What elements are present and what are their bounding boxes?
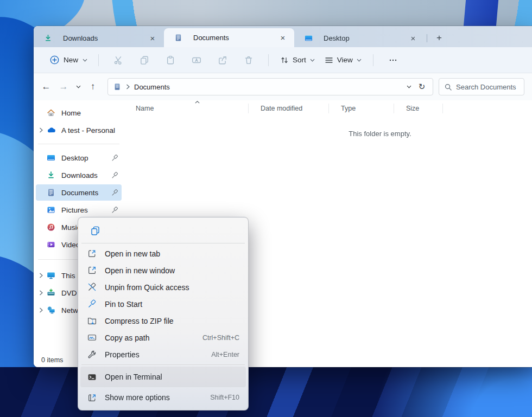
forward-button[interactable]: → xyxy=(55,79,72,95)
network-icon xyxy=(46,306,56,315)
chevron-right-icon xyxy=(126,84,130,89)
pin-icon xyxy=(110,172,119,179)
menu-item-label: Copy as path xyxy=(105,333,202,342)
menu-item-open-in-new-window[interactable]: Open in new window xyxy=(80,262,246,279)
pin-icon xyxy=(110,155,119,162)
menu-item-label: Compress to ZIP file xyxy=(105,317,239,325)
sort-button[interactable]: Sort xyxy=(275,53,320,68)
menu-item-pin-to-start[interactable]: Pin to Start xyxy=(80,296,246,312)
tab-label: Documents xyxy=(193,34,272,42)
chevron-down-icon xyxy=(83,59,87,62)
recent-locations-button[interactable] xyxy=(73,79,84,95)
sidebar-item-desktop[interactable]: Desktop xyxy=(36,150,122,166)
paste-button[interactable] xyxy=(163,53,178,68)
sidebar-item-pictures[interactable]: Pictures xyxy=(36,202,122,218)
sidebar-item-documents[interactable]: Documents xyxy=(36,184,122,201)
tab-separator xyxy=(427,34,427,42)
menu-item-compress-to-zip[interactable]: Compress to ZIP file xyxy=(80,312,246,329)
chevron-down-icon xyxy=(407,85,411,88)
sidebar-item-home[interactable]: Home xyxy=(36,105,122,121)
menu-item-label: Show more options xyxy=(105,393,210,402)
cut-button[interactable] xyxy=(111,53,126,68)
documents-icon xyxy=(113,83,121,91)
menu-item-properties[interactable]: Properties Alt+Enter xyxy=(80,346,246,363)
tab-downloads[interactable]: Downloads × xyxy=(34,29,164,47)
back-button[interactable]: ← xyxy=(38,79,54,95)
chevron-down-icon xyxy=(357,59,362,62)
column-label: Date modified xyxy=(261,105,302,112)
properties-icon xyxy=(87,350,97,359)
close-tab-icon[interactable]: × xyxy=(277,32,289,44)
copy-icon xyxy=(90,226,100,236)
expand-chevron-icon[interactable] xyxy=(36,127,46,133)
up-button[interactable]: ↑ xyxy=(85,79,101,95)
menu-item-show-more-options[interactable]: Show more options Shift+F10 xyxy=(80,387,246,408)
menu-item-open-in-terminal[interactable]: Open in Terminal xyxy=(80,367,246,387)
tab-desktop[interactable]: Desktop × xyxy=(294,29,425,47)
tab-documents[interactable]: Documents × xyxy=(164,28,294,47)
plus-circle-icon xyxy=(50,55,59,65)
terminal-icon xyxy=(87,373,97,382)
documents-icon xyxy=(173,34,183,42)
menu-item-unpin-from-quick-access[interactable]: Unpin from Quick access xyxy=(80,279,246,296)
tab-label: Downloads xyxy=(63,34,142,42)
chevron-down-icon xyxy=(310,59,315,62)
sidebar-divider xyxy=(38,144,119,144)
new-tab-button[interactable]: + xyxy=(432,31,446,45)
address-dropdown-button[interactable] xyxy=(402,80,415,93)
rename-button[interactable] xyxy=(189,53,204,68)
copy-path-icon xyxy=(87,333,97,342)
zip-icon xyxy=(87,316,97,325)
menu-divider xyxy=(81,243,245,243)
breadcrumb[interactable]: Documents xyxy=(134,83,170,91)
delete-button[interactable] xyxy=(241,53,256,68)
search-icon xyxy=(445,84,452,91)
see-more-button[interactable] xyxy=(385,53,401,68)
onedrive-icon xyxy=(46,126,56,135)
sidebar-item-downloads[interactable]: Downloads xyxy=(36,167,122,183)
pin-icon xyxy=(110,207,119,214)
column-header-date-modified[interactable]: Date modified xyxy=(249,100,329,117)
expand-chevron-icon[interactable] xyxy=(36,273,46,278)
address-bar[interactable]: Documents ↻ xyxy=(107,78,433,95)
address-row: ← → ↑ Documents ↻ Search Documents xyxy=(34,73,532,100)
dvd-icon xyxy=(46,288,56,297)
empty-folder-message: This folder is empty. xyxy=(176,130,532,138)
pin-icon xyxy=(110,189,119,196)
items-count: 0 items xyxy=(41,356,63,364)
this-pc-icon xyxy=(46,271,56,280)
desktop-icon xyxy=(303,34,314,42)
sidebar-item-onedrive[interactable]: A test - Personal xyxy=(36,122,122,138)
view-button[interactable]: View xyxy=(320,53,366,68)
column-label: Size xyxy=(406,105,419,112)
sidebar-item-label: Pictures xyxy=(61,206,110,214)
tab-label: Desktop xyxy=(324,34,402,42)
menu-item-label: Unpin from Quick access xyxy=(105,283,239,292)
search-input[interactable]: Search Documents xyxy=(439,78,524,95)
open-new-tab-icon xyxy=(87,249,97,258)
column-label: Name xyxy=(136,105,154,112)
tab-strip: Downloads × Documents × Desktop × + xyxy=(34,26,532,47)
column-header-size[interactable]: Size xyxy=(394,100,443,117)
toolbar-separator xyxy=(373,54,373,66)
sort-button-label: Sort xyxy=(293,56,306,64)
refresh-button[interactable]: ↻ xyxy=(415,80,428,93)
close-tab-icon[interactable]: × xyxy=(147,32,159,44)
share-button[interactable] xyxy=(215,53,230,68)
copy-button[interactable] xyxy=(86,222,104,239)
menu-item-label: Open in new window xyxy=(105,266,239,275)
menu-item-open-in-new-tab[interactable]: Open in new tab xyxy=(80,245,246,262)
menu-item-label: Pin to Start xyxy=(105,300,239,309)
new-button[interactable]: New xyxy=(46,52,92,68)
menu-item-copy-as-path[interactable]: Copy as path Ctrl+Shift+C xyxy=(80,329,246,346)
music-icon xyxy=(46,223,56,232)
documents-icon xyxy=(46,188,56,197)
menu-item-label: Open in Terminal xyxy=(105,373,239,381)
close-tab-icon[interactable]: × xyxy=(407,32,419,44)
search-placeholder: Search Documents xyxy=(456,83,516,91)
column-header-type[interactable]: Type xyxy=(329,100,394,117)
copy-button[interactable] xyxy=(137,53,152,68)
expand-chevron-icon[interactable] xyxy=(36,307,46,313)
column-header-name[interactable]: Name xyxy=(124,100,249,117)
expand-chevron-icon[interactable] xyxy=(36,290,46,296)
